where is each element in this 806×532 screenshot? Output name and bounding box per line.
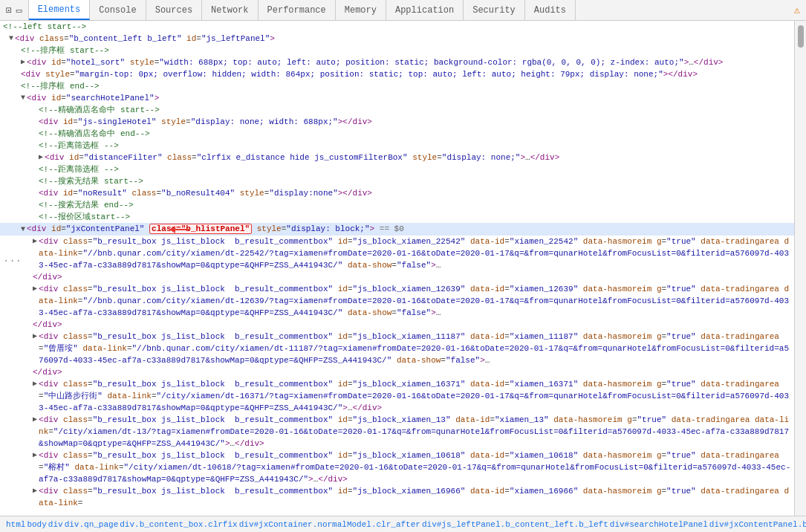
breadcrumb-body[interactable]: body <box>27 520 46 529</box>
line-xiamen-12639: <div class="b_result_box js_list_block b… <box>0 283 794 319</box>
line-8: <!--精确酒店名命中 start--> <box>0 104 794 116</box>
toggle-hotel-sort[interactable] <box>21 56 25 68</box>
line-12: <div id="distanceFilter" class="clrfix e… <box>0 152 794 163</box>
line-10: <!--精确酒店名命中 end--> <box>0 128 794 140</box>
line-xiamen-16371: <div class="b_result_box js_list_block b… <box>0 378 794 414</box>
line-3: <!--排序框 start--> <box>0 45 794 56</box>
line-xiamen-22542-close: </div> <box>0 271 794 283</box>
toggle-xiamen-16966[interactable] <box>33 485 37 497</box>
line-xiamen-12639-close: </div> <box>0 319 794 331</box>
right-sidebar <box>794 21 806 516</box>
breadcrumb-html[interactable]: html <box>6 520 25 529</box>
line-13: <!--距离筛选框 --> <box>0 163 794 175</box>
tab-elements[interactable]: Elements <box>29 0 91 20</box>
code-lines: <!--left start--> <div class="b_content_… <box>0 21 794 509</box>
line-7: <div id="searchHotelPanel"> <box>0 92 794 104</box>
line-6: <!--排序框 end--> <box>0 80 794 92</box>
breadcrumb: html body div div.qn_page div.b_content_… <box>0 516 806 532</box>
tab-security[interactable]: Security <box>464 0 525 20</box>
main-area: <!--left start--> <div class="b_content_… <box>0 21 806 516</box>
toggle-xiamen-16371[interactable] <box>33 378 37 390</box>
tab-console[interactable]: Console <box>90 0 146 20</box>
line-xiamen-11187-close: </div> <box>0 366 794 378</box>
line-xiamen-10618: <div class="b_result_box js_list_block b… <box>0 450 794 485</box>
toggle-xiamen-10618[interactable] <box>33 450 37 461</box>
toggle-xiamen-13[interactable] <box>33 414 37 426</box>
dots-indicator: ... <box>0 253 25 265</box>
line-xiamen-11187: <div class="b_result_box js_list_block b… <box>0 331 794 366</box>
tab-sources[interactable]: Sources <box>146 0 202 20</box>
line-16: <!--搜索无结果 end--> <box>0 199 794 211</box>
tab-performance[interactable]: Performance <box>259 0 336 20</box>
breadcrumb-jxcontentpanel[interactable]: div#jxContentPanel.b_hlistPanel <box>709 520 806 529</box>
warning-icon: ⚠ <box>788 4 806 16</box>
breadcrumb-js-leftpanel[interactable]: div#js_leftPanel.b_content_left.b_left <box>422 520 608 529</box>
scrollbar-thumb[interactable] <box>798 25 804 48</box>
line-xiamen-13: <div class="b_result_box js_list_block b… <box>0 414 794 450</box>
tab-memory[interactable]: Memory <box>336 0 386 20</box>
line-11: <!--距离筛选框 --> <box>0 140 794 152</box>
devtools-icons: ⊡ ▭ <box>0 0 29 20</box>
toggle-xiamen-11187[interactable] <box>33 331 37 343</box>
line-15: <div id="noResult" class="b_noResult404"… <box>0 187 794 199</box>
line-xiamen-16966: <div class="b_result_box js_list_block b… <box>0 485 794 509</box>
line-2: <div class="b_content_left b_left" id="j… <box>0 33 794 45</box>
line-17: <!--报价区域start--> <box>0 211 794 223</box>
breadcrumb-jxcontainer[interactable]: div#jxContainer.normalModel.clr_after <box>239 520 420 529</box>
line-xiamen-22542: <div class="b_result_box js_list_block b… <box>0 236 794 271</box>
line-14: <!--搜索无结果 start--> <box>0 175 794 187</box>
line-selected-jxcontentpanel: <div id="jxContentPanel" class="b_hlistP… <box>0 223 794 236</box>
toggle-xiamen-22542[interactable] <box>33 236 37 247</box>
device-icon[interactable]: ▭ <box>16 4 22 16</box>
line-4: <div id="hotel_sort" style="width: 688px… <box>0 56 794 68</box>
breadcrumb-qn-page[interactable]: div.qn_page <box>65 520 119 529</box>
tab-application[interactable]: Application <box>386 0 464 20</box>
breadcrumb-div[interactable]: div <box>48 520 63 529</box>
breadcrumb-search-hotel-panel[interactable]: div#searchHotelPanel <box>610 520 708 529</box>
tab-network[interactable]: Network <box>202 0 258 20</box>
tab-audits[interactable]: Audits <box>525 0 576 20</box>
line-1: <!--left start--> <box>0 21 794 33</box>
toggle-search-hotel-panel[interactable] <box>21 92 25 104</box>
toggle-xiamen-12639[interactable] <box>33 283 37 295</box>
toggle-b-content-left[interactable] <box>9 33 13 45</box>
devtools-tabbar: ⊡ ▭ Elements Console Sources Network Per… <box>0 0 806 21</box>
line-5: <div style="margin-top: 0px; overflow: h… <box>0 68 794 80</box>
toggle-distance-filter[interactable] <box>39 152 43 163</box>
breadcrumb-b-content-box[interactable]: div.b_content_box.clrfix <box>120 520 237 529</box>
code-panel[interactable]: <!--left start--> <div class="b_content_… <box>0 21 794 516</box>
toggle-jx-content-panel[interactable] <box>21 225 25 233</box>
inspect-icon[interactable]: ⊡ <box>6 4 12 16</box>
line-9: <div id="js-singleHotel" style="display:… <box>0 116 794 128</box>
